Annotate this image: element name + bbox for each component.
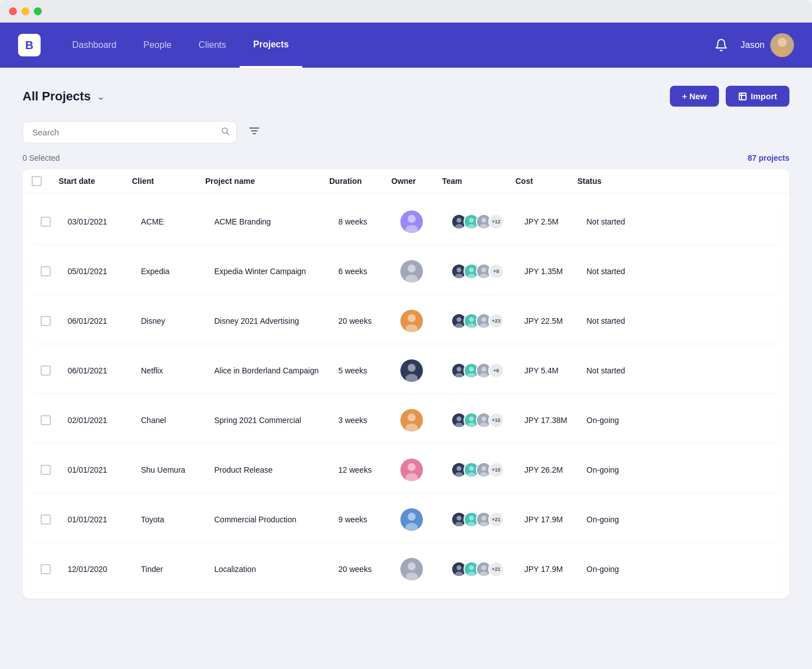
table-row[interactable]: 03/01/2021 ACME ACME Branding 8 weeks [29,199,783,244]
svg-point-6 [222,128,227,133]
nav-clients[interactable]: Clients [185,23,240,68]
row-team: +21 [449,557,522,582]
row-start-date: 02/01/2021 [65,411,139,429]
row-checkbox[interactable] [41,366,51,376]
filter-button[interactable] [244,120,265,144]
row-checkbox[interactable] [41,316,51,326]
svg-point-1 [778,38,787,47]
row-checkbox-cell [38,311,65,331]
row-start-date: 03/01/2021 [65,213,139,231]
table-row[interactable]: 01/01/2021 Shu Uemura Product Release 12… [29,447,783,492]
chevron-down-icon[interactable]: ⌄ [96,90,105,103]
nav-people[interactable]: People [130,23,185,68]
table-row[interactable]: 06/01/2021 Netflix Alice in Borderland C… [29,348,783,393]
row-checkbox[interactable] [41,514,51,525]
minimize-dot[interactable] [21,7,29,15]
svg-point-67 [467,422,475,428]
svg-point-46 [480,323,488,328]
col-cost: Cost [515,176,577,186]
svg-point-76 [455,472,463,477]
svg-point-75 [457,466,462,471]
svg-point-27 [457,267,462,272]
row-owner [398,206,449,237]
import-button[interactable]: Import [726,86,789,107]
svg-point-100 [455,571,463,576]
user-name: Jason [740,40,765,50]
row-duration: 6 weeks [336,262,398,280]
col-duration: Duration [329,176,391,186]
row-start-date: 12/01/2020 [65,560,139,578]
row-project-name: Spring 2021 Commercial [212,411,336,429]
nav-user[interactable]: Jason [740,33,794,57]
table-row[interactable]: 05/01/2021 Expedia Expedia Winter Campai… [29,249,783,294]
svg-point-105 [482,565,487,570]
avatar [770,33,794,57]
new-button[interactable]: + New [670,86,720,107]
row-duration: 8 weeks [336,213,398,231]
row-cost: JPY 22.5M [522,312,584,330]
row-cost: JPY 17.9M [522,510,584,529]
row-cost: JPY 2.5M [522,213,584,231]
svg-point-12 [408,215,416,223]
svg-point-79 [467,472,475,477]
row-owner [398,305,449,337]
header-actions: + New Import [670,86,789,107]
owner-avatar [400,210,423,233]
row-checkbox-cell [38,510,65,529]
row-status: On-going [584,461,652,479]
select-all-checkbox[interactable] [32,176,42,186]
svg-point-19 [467,224,475,229]
nav-logo[interactable]: B [18,34,41,56]
row-client: Tinder [139,560,212,578]
svg-point-81 [482,466,487,471]
svg-point-22 [480,224,488,229]
row-checkbox-cell [38,460,65,479]
table-row[interactable]: 02/01/2021 Chanel Spring 2021 Commercial… [29,398,783,443]
row-status: Not started [584,312,652,330]
row-duration: 20 weeks [336,560,398,578]
row-checkbox[interactable] [41,564,51,574]
svg-point-91 [467,522,475,527]
row-client: ACME [139,213,212,231]
owner-avatar [400,359,423,382]
svg-line-7 [227,133,229,135]
owner-avatar [400,459,423,481]
row-cost: JPY 26.2M [522,461,584,479]
search-input[interactable] [23,121,237,143]
row-checkbox[interactable] [41,217,51,227]
svg-point-96 [408,562,416,570]
row-project-name: Disney 2021 Advertising [212,312,336,330]
row-project-name: Product Release [212,461,336,479]
row-checkbox-cell [38,560,65,579]
maximize-dot[interactable] [34,7,42,15]
close-dot[interactable] [9,7,17,15]
svg-point-52 [455,373,463,378]
svg-point-88 [455,522,463,527]
table-row[interactable]: 12/01/2020 Tinder Localization 20 weeks [29,547,783,592]
team-extra-count: +15 [488,412,504,428]
row-status: On-going [584,560,652,578]
row-checkbox[interactable] [41,266,51,276]
table-row[interactable]: 06/01/2021 Disney Disney 2021 Advertisin… [29,298,783,344]
team-extra-count: +21 [488,512,504,527]
row-checkbox[interactable] [41,415,51,425]
col-status: Status [577,176,645,186]
svg-point-72 [408,463,416,471]
nav-projects[interactable]: Projects [240,23,302,68]
nav-dashboard[interactable]: Dashboard [59,23,130,68]
bell-icon[interactable] [711,35,731,55]
svg-point-33 [482,267,487,272]
row-checkbox[interactable] [41,465,51,475]
row-start-date: 01/01/2021 [65,461,139,479]
row-project-name: Commercial Production [212,510,336,529]
row-checkbox-cell [38,361,65,380]
svg-point-70 [480,422,488,428]
table-row[interactable]: 01/01/2021 Toyota Commercial Production … [29,497,783,542]
row-client: Shu Uemura [139,461,212,479]
svg-point-54 [469,367,474,372]
owner-avatar [400,260,423,283]
svg-point-103 [467,571,475,576]
svg-point-57 [482,367,487,372]
svg-point-66 [469,416,474,421]
row-duration: 5 weeks [336,362,398,380]
